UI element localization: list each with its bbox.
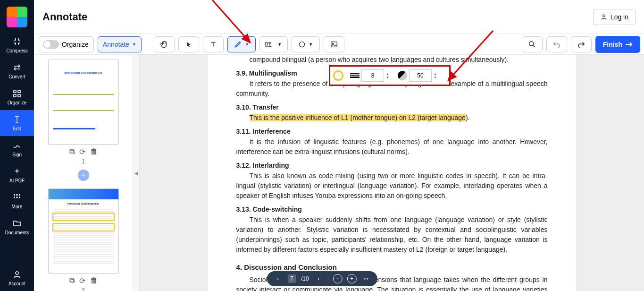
opacity-input[interactable] [409, 69, 432, 82]
annotate-label: Annotate [103, 41, 129, 48]
highlight-icon [265, 41, 275, 48]
page-navigation: ‹ 7 /10 › − + ⇿ [267, 271, 377, 286]
sidebar-convert[interactable]: Convert [0, 58, 34, 84]
svg-rect-8 [17, 197, 18, 198]
document-viewport[interactable]: compound bilingual (a person who acquire… [140, 55, 644, 291]
heading: 3.13. Code-switching [236, 205, 548, 213]
undo-icon [552, 40, 561, 49]
width-spinner[interactable]: ▲▼ [386, 72, 389, 79]
sidebar-sign[interactable]: Sign [0, 136, 34, 162]
svg-rect-14 [331, 42, 337, 47]
stroke-width-icon[interactable] [350, 73, 360, 78]
rotate-icon[interactable]: ⟳ [79, 147, 85, 156]
thumbnail-actions: ⧉ ⟳ 🗑 [48, 276, 119, 285]
sidebar-more[interactable]: More [0, 188, 34, 214]
delete-icon[interactable]: 🗑 [90, 147, 98, 156]
sidebar-documents[interactable]: Documents [0, 214, 34, 240]
thumbnail-1[interactable]: Introducing Sociolinguistics ⧉ ⟳ 🗑 1 [48, 60, 119, 165]
zoom-in-button[interactable]: + [347, 274, 357, 283]
svg-rect-5 [17, 194, 18, 196]
svg-point-10 [16, 272, 18, 274]
folder-icon [12, 219, 22, 228]
current-page-input[interactable]: 7 [287, 274, 296, 283]
app-logo [7, 7, 27, 27]
opacity-icon[interactable] [398, 71, 407, 80]
zoom-out-button[interactable]: − [333, 274, 343, 283]
stroke-width-input[interactable] [361, 69, 384, 82]
image-tool[interactable] [324, 36, 344, 52]
pan-tool[interactable] [154, 36, 175, 52]
redo-icon [577, 40, 585, 49]
prev-page-button[interactable]: ‹ [273, 275, 283, 282]
svg-rect-6 [19, 194, 20, 196]
sidebar-label: Compress [6, 48, 28, 53]
add-page-button[interactable]: + [78, 170, 89, 181]
text-tool[interactable] [203, 36, 224, 52]
sidebar-compress[interactable]: Compress [0, 32, 34, 58]
login-button[interactable]: Log in [593, 9, 636, 25]
sidebar-label: Sign [12, 152, 22, 157]
finish-button[interactable]: Finish [595, 36, 640, 53]
compress-icon [12, 37, 22, 46]
toggle-switch[interactable] [43, 40, 59, 49]
highlighted-text: This is the positive influence of L1 (mo… [250, 114, 466, 121]
sidebar-organize[interactable]: Organize [0, 84, 34, 110]
organize-toggle[interactable]: Organize [38, 36, 94, 52]
shape-tool[interactable]: ▼ [292, 36, 320, 52]
thumbnail-preview: Introducing Sociolinguistics [48, 188, 119, 274]
body-text: compound bilingual (a person who acquire… [236, 55, 548, 65]
toolbar: Organize Annotate ▼ ▼ ▼ ▼ Finish [34, 34, 644, 55]
svg-rect-0 [14, 90, 16, 93]
sidebar-label: Edit [13, 126, 21, 131]
image-icon [330, 40, 338, 49]
redo-button[interactable] [571, 36, 592, 52]
body-text: It is the infusion of linguistic feature… [236, 137, 548, 157]
highlight-tool[interactable]: ▼ [259, 36, 288, 52]
heading: 3.11. Interference [236, 128, 548, 135]
select-tool[interactable] [178, 36, 199, 52]
search-icon [528, 40, 536, 49]
account-icon [12, 270, 22, 279]
draw-tool-popup: ▲▼ ▲▼ [329, 65, 451, 86]
text-icon [209, 40, 217, 49]
organize-icon [12, 89, 22, 98]
undo-button[interactable] [546, 36, 567, 52]
sidebar-aipdf[interactable]: AI PDF [0, 162, 34, 188]
fit-width-button[interactable]: ⇿ [361, 275, 371, 282]
color-swatch[interactable] [333, 70, 343, 81]
hand-icon [160, 40, 168, 49]
copy-icon[interactable]: ⧉ [69, 147, 75, 156]
convert-icon [12, 63, 22, 72]
annotate-dropdown[interactable]: Annotate ▼ [98, 36, 142, 52]
page-content: compound bilingual (a person who acquire… [208, 55, 576, 291]
grid-icon [12, 193, 22, 202]
body-text: This is when a speaker suddenly shifts f… [236, 215, 548, 255]
pencil-icon [234, 40, 242, 49]
next-page-button[interactable]: › [314, 275, 323, 282]
draw-tool[interactable]: ▼ [227, 36, 256, 52]
svg-point-11 [602, 15, 605, 17]
sign-icon [12, 141, 22, 150]
circle-icon [298, 41, 306, 48]
sidebar-account[interactable]: Account [0, 265, 34, 291]
search-button[interactable] [522, 36, 543, 52]
svg-point-16 [529, 41, 533, 45]
user-icon [600, 13, 608, 21]
opacity-spinner[interactable]: ▲▼ [434, 72, 437, 79]
svg-rect-4 [14, 194, 15, 196]
collapse-panel-button[interactable]: ◀ [133, 55, 140, 291]
sidebar-label: Account [8, 281, 25, 286]
delete-icon[interactable]: 🗑 [90, 276, 98, 285]
main-area: Introducing Sociolinguistics ⧉ ⟳ 🗑 1 + I… [34, 55, 644, 291]
sidebar-edit[interactable]: Edit [0, 110, 34, 136]
thumbnail-2[interactable]: Introducing Sociolinguistics ⧉ ⟳ 🗑 2 [48, 188, 119, 291]
page-title: Annotate [42, 11, 87, 23]
thumbnail-panel[interactable]: Introducing Sociolinguistics ⧉ ⟳ 🗑 1 + I… [34, 55, 133, 291]
rotate-icon[interactable]: ⟳ [79, 276, 85, 285]
body-text: This is the positive influence of L1 (mo… [236, 113, 548, 123]
sidebar-label: Organize [8, 100, 27, 105]
copy-icon[interactable]: ⧉ [69, 276, 75, 285]
svg-point-15 [332, 43, 334, 44]
svg-rect-7 [14, 197, 15, 198]
heading: 3.12. Interlarding [236, 162, 548, 169]
